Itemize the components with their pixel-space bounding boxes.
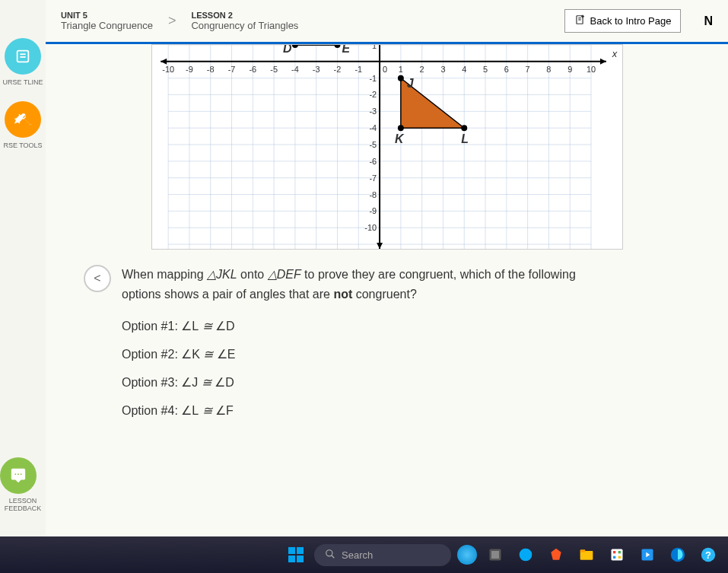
taskbar-app-2[interactable] [483, 543, 507, 567]
svg-marker-48 [377, 243, 383, 249]
option-2[interactable]: Option #2: ∠K ≅ ∠E [122, 347, 713, 361]
option-op: ≅ [202, 376, 211, 389]
taskbar-app-6[interactable] [605, 543, 629, 567]
question-prefix: When mapping [122, 268, 207, 281]
vertex-k-label: K [394, 132, 404, 145]
lesson-title: Congruency of Triangles [191, 20, 298, 31]
option-rhs: ∠D [215, 320, 235, 333]
svg-rect-95 [580, 549, 586, 552]
svg-point-84 [334, 45, 340, 48]
svg-rect-97 [613, 551, 615, 553]
vertex-e-label: E [342, 45, 350, 55]
option-3[interactable]: Option #3: ∠J ≅ ∠D [122, 375, 713, 390]
breadcrumb-unit[interactable]: UNIT 5 Triangle Congruence [61, 11, 153, 31]
svg-rect-92 [491, 551, 499, 559]
option-lhs: ∠L [181, 404, 199, 417]
svg-rect-94 [580, 551, 593, 560]
svg-text:6: 6 [504, 65, 508, 74]
svg-text:-7: -7 [369, 173, 377, 183]
option-4[interactable]: Option #4: ∠L ≅ ∠F [122, 403, 713, 418]
svg-text:-10: -10 [364, 223, 377, 232]
svg-text:-8: -8 [369, 190, 377, 199]
breadcrumb-right-char: N [704, 14, 713, 28]
svg-text:0: 0 [382, 65, 386, 74]
svg-text:2: 2 [419, 65, 424, 74]
svg-line-90 [332, 555, 335, 558]
option-lhs: ∠J [181, 376, 198, 389]
breadcrumb-separator: > [168, 13, 176, 29]
taskbar-app-8[interactable] [666, 543, 690, 567]
svg-rect-100 [618, 556, 621, 559]
course-tools-icon[interactable] [5, 101, 41, 138]
svg-text:?: ? [705, 549, 711, 561]
option-op: ≅ [202, 404, 212, 417]
svg-text:-10: -10 [162, 65, 174, 74]
start-button[interactable] [284, 543, 308, 567]
svg-text:-4: -4 [369, 123, 377, 132]
svg-text:-5: -5 [270, 65, 278, 74]
svg-text:-9: -9 [369, 206, 377, 215]
outline-label: URSE TLINE [3, 78, 43, 86]
option-label: Option #4: [122, 404, 178, 417]
taskbar: Search ? [0, 536, 728, 573]
option-rhs: ∠D [215, 376, 234, 389]
svg-rect-96 [612, 549, 623, 561]
content-area: -10-9-8-7-6-5-4-3-2-1012345678910 1-1-2-… [46, 44, 728, 573]
options-list: Option #1: ∠L ≅ ∠D Option #2: ∠K ≅ ∠E Op… [122, 319, 713, 418]
lesson-feedback-icon[interactable] [0, 457, 37, 494]
svg-text:5: 5 [482, 65, 487, 74]
svg-rect-98 [618, 551, 621, 553]
svg-text:8: 8 [546, 65, 551, 74]
back-to-intro-button[interactable]: + Back to Intro Page [564, 9, 681, 33]
taskbar-app-5[interactable] [574, 543, 599, 567]
svg-text:-6: -6 [249, 65, 256, 74]
taskbar-app-3[interactable] [513, 543, 538, 567]
lesson-label: LESSON 2 [191, 11, 298, 20]
previous-button[interactable]: < [84, 265, 111, 292]
breadcrumb-lesson[interactable]: LESSON 2 Congruency of Triangles [191, 11, 298, 31]
svg-text:1: 1 [398, 65, 402, 74]
taskbar-app-7[interactable] [635, 543, 660, 567]
taskbar-app-9[interactable]: ? [696, 543, 720, 567]
svg-point-83 [291, 45, 297, 48]
svg-text:-5: -5 [369, 140, 377, 149]
option-label: Option #1: [122, 320, 178, 333]
search-placeholder: Search [342, 549, 373, 561]
svg-text:3: 3 [440, 65, 445, 74]
taskbar-app-4[interactable] [544, 543, 568, 567]
svg-point-5 [21, 473, 22, 475]
option-label: Option #3: [122, 376, 178, 389]
svg-point-3 [17, 473, 19, 475]
svg-text:4: 4 [462, 65, 466, 74]
svg-text:9: 9 [567, 65, 572, 74]
svg-text:-3: -3 [312, 65, 319, 74]
svg-text:+: + [582, 14, 585, 18]
svg-text:-2: -2 [333, 65, 341, 74]
svg-text:-6: -6 [369, 157, 377, 166]
taskbar-app-1[interactable] [457, 545, 477, 565]
option-label: Option #2: [122, 348, 178, 361]
svg-text:-9: -9 [186, 65, 193, 74]
svg-point-87 [397, 125, 403, 131]
back-label: Back to Intro Page [590, 15, 671, 27]
svg-text:7: 7 [525, 65, 529, 74]
main-content: UNIT 5 Triangle Congruence > LESSON 2 Co… [46, 0, 728, 573]
taskbar-search[interactable]: Search [314, 544, 451, 566]
option-1[interactable]: Option #1: ∠L ≅ ∠D [122, 319, 713, 333]
svg-rect-99 [613, 556, 615, 559]
coordinate-graph: -10-9-8-7-6-5-4-3-2-1012345678910 1-1-2-… [151, 44, 623, 250]
option-rhs: ∠F [215, 404, 234, 417]
feedback-label: LESSON FEEDBACK [0, 497, 46, 512]
svg-point-86 [397, 75, 403, 81]
svg-text:-7: -7 [227, 65, 235, 74]
option-lhs: ∠K [181, 348, 200, 361]
course-outline-icon[interactable] [5, 38, 41, 75]
svg-text:1: 1 [372, 45, 377, 50]
svg-marker-45 [599, 59, 606, 65]
svg-point-88 [461, 125, 467, 131]
svg-text:-3: -3 [369, 107, 377, 116]
svg-text:-2: -2 [369, 90, 377, 99]
svg-point-4 [14, 473, 16, 475]
svg-point-89 [326, 549, 332, 555]
x-axis-label: x [611, 48, 617, 59]
